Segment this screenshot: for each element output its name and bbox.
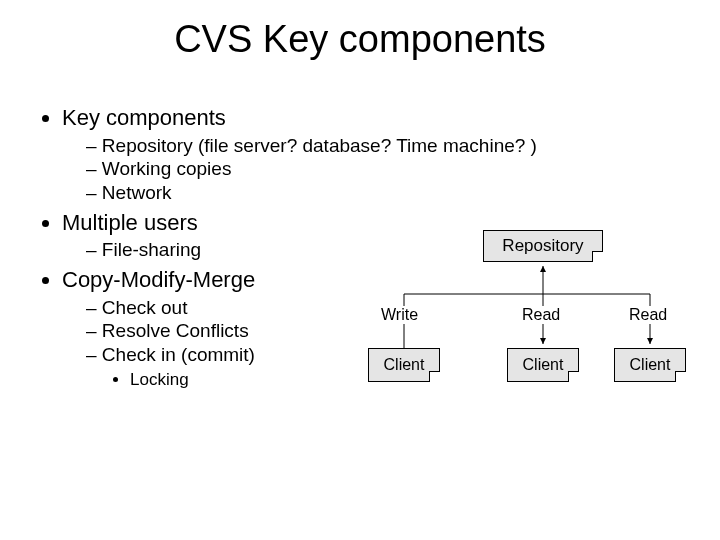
bullet-file-sharing: File-sharing (86, 238, 684, 262)
bullet-network: Network (86, 181, 684, 205)
sub-sub-list: Locking (86, 369, 684, 390)
bullet-check-in: Check in (commit) Locking (86, 343, 684, 390)
bullet-multiple-users: Multiple users File-sharing (62, 209, 684, 262)
bullet-check-out: Check out (86, 296, 684, 320)
slide-body: Key components Repository (file server? … (36, 104, 684, 394)
bullet-resolve-conflicts: Resolve Conflicts (86, 319, 684, 343)
bullet-text: Key components (62, 105, 226, 130)
bullet-key-components: Key components Repository (file server? … (62, 104, 684, 205)
sub-list: File-sharing (62, 238, 684, 262)
bullet-list: Key components Repository (file server? … (36, 104, 684, 390)
bullet-text: Multiple users (62, 210, 198, 235)
sub-list: Check out Resolve Conflicts Check in (co… (62, 296, 684, 391)
sub-list: Repository (file server? database? Time … (62, 134, 684, 205)
bullet-text: Check in (commit) (102, 344, 255, 365)
bullet-locking: Locking (130, 369, 684, 390)
slide-title: CVS Key components (0, 18, 720, 61)
bullet-working-copies: Working copies (86, 157, 684, 181)
bullet-text: Copy-Modify-Merge (62, 267, 255, 292)
slide: CVS Key components Key components Reposi… (0, 0, 720, 540)
bullet-repository: Repository (file server? database? Time … (86, 134, 684, 158)
bullet-copy-modify-merge: Copy-Modify-Merge Check out Resolve Conf… (62, 266, 684, 390)
